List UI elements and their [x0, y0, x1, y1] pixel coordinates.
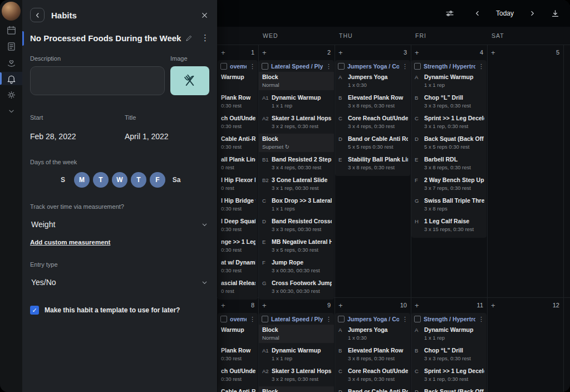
exercise-row[interactable]: FJump Rope3 x 00:30, 00:30 rest: [259, 257, 334, 276]
entry-type-select[interactable]: Yes/No: [30, 275, 209, 290]
kebab-icon[interactable]: ⋮: [402, 316, 408, 322]
exercise-row[interactable]: CCore Reach Out/Under3 x 4 reps, 0:30 re…: [335, 366, 410, 384]
add-workout-button[interactable]: +: [221, 49, 225, 56]
kebab-icon[interactable]: ⋮: [402, 63, 408, 70]
add-workout-button[interactable]: +: [262, 49, 267, 56]
add-custom-measurement-link[interactable]: Add custom measurement: [30, 239, 209, 246]
block-row[interactable]: BlockNormal: [259, 72, 334, 90]
add-workout-button[interactable]: +: [338, 302, 343, 309]
exercise-row[interactable]: B23 Cone Lateral Slide3 x 1 rep, 00:30 r…: [259, 175, 334, 193]
workout-checkbox[interactable]: [262, 316, 268, 322]
calendar-day-cell[interactable]: +4Strength / Hypertro…⋮ADynamic Warmup1 …: [411, 45, 487, 297]
exercise-row[interactable]: AJumpers Yoga1 x 0:30: [335, 325, 410, 343]
sidebar-item-settings[interactable]: [0, 88, 22, 101]
exercise-row[interactable]: all Plank Linear …0 rest: [218, 154, 258, 173]
exercise-row[interactable]: l Hip Bridge w/ …0:30 rest: [218, 195, 258, 214]
exercise-row[interactable]: CBox Drop >> 3 Lateral H…1 x 1 reps: [259, 195, 334, 214]
exercise-row[interactable]: CCore Reach Out/Under3 x 4 reps, 0:30 re…: [335, 113, 410, 131]
prev-button[interactable]: [474, 9, 481, 17]
add-workout-button[interactable]: +: [491, 49, 495, 56]
workout-card[interactable]: Strength / Hypertro…⋮ADynamic Warmup1 x …: [411, 60, 487, 238]
workout-card[interactable]: Jumpers Yoga / Core⋮AJumpers Yoga1 x 0:3…: [335, 313, 410, 392]
template-checkbox[interactable]: ✓: [30, 306, 39, 315]
calendar-day-cell[interactable]: +10Jumpers Yoga / Core⋮AJumpers Yoga1 x …: [335, 297, 411, 392]
exercise-row[interactable]: EStability Ball Plank Linear …3 x 8 reps…: [335, 154, 410, 173]
exercise-row[interactable]: l Hip Flexor Rais…0 rest: [218, 175, 258, 193]
workout-title[interactable]: Lateral Speed / Plyo: [271, 316, 323, 322]
exercise-row[interactable]: DBand or Cable Anti Rotati…5 x 5 reps 0:…: [335, 134, 410, 152]
exercise-row[interactable]: A1Dynamic Warmup1 x 1 rep: [259, 345, 334, 364]
workout-title[interactable]: Jumpers Yoga / Core: [347, 63, 399, 70]
exercise-row[interactable]: DBand or Cable Anti Rotati…5 x 5 reps 0:…: [335, 386, 410, 392]
workout-title[interactable]: ovement Q…: [230, 316, 247, 322]
calendar-day-cell[interactable]: +1ovement Q…⋮WarmupPlank Row0:30 restch …: [217, 45, 258, 297]
close-button[interactable]: [201, 12, 208, 19]
exercise-row[interactable]: EMB Negative Lateral Hop…3 x 5 reps, 0:3…: [259, 237, 334, 255]
exercise-row[interactable]: BElevated Plank Row3 x 8 reps, 0:30 rest: [335, 92, 410, 111]
exercise-row[interactable]: Plank Row0:30 rest: [218, 92, 258, 111]
exercise-row[interactable]: A2Skater 3 Lateral Hops >> …3 x 2 reps, …: [259, 113, 334, 131]
exercise-row[interactable]: Plank Row0:30 rest: [218, 345, 258, 364]
kebab-icon[interactable]: ⋮: [478, 63, 484, 70]
exercise-row[interactable]: ch Out/Under0:30 rest: [218, 366, 258, 384]
calendar-day-cell[interactable]: +12: [487, 297, 563, 392]
exercise-row[interactable]: GSwiss Ball Triple Threat3 x 8 reps: [411, 195, 487, 214]
block-row[interactable]: BlockSuperset ↻: [259, 134, 334, 152]
block-row[interactable]: BlockNormal: [259, 325, 334, 343]
workout-checkbox[interactable]: [220, 63, 227, 70]
exercise-row[interactable]: ascial Release C…0 rest: [218, 278, 258, 296]
workout-checkbox[interactable]: [262, 63, 268, 70]
habit-menu-button[interactable]: ⋮: [201, 33, 209, 43]
description-input[interactable]: [30, 66, 165, 95]
day-toggle-sa[interactable]: Sa: [169, 172, 184, 188]
calendar-day-cell[interactable]: +2Lateral Speed / Plyo⋮BlockNormalA1Dyna…: [258, 45, 335, 297]
workout-card[interactable]: Strength / Hypertro…⋮ADynamic Warmup1 x …: [411, 313, 487, 392]
workout-checkbox[interactable]: [220, 316, 227, 322]
workout-title[interactable]: Jumpers Yoga / Core: [347, 316, 399, 322]
workout-card[interactable]: ovement Q…⋮WarmupPlank Row0:30 restch Ou…: [218, 313, 258, 392]
exercise-row[interactable]: DBack Squat (Back Off Set)5 x 5 reps 0:3…: [411, 386, 487, 392]
exercise-row[interactable]: l Deep Squat Mo…0:30 rest: [218, 216, 258, 234]
day-toggle-t[interactable]: T: [93, 172, 109, 188]
exercise-row[interactable]: AJumpers Yoga1 x 0:30: [335, 72, 410, 90]
day-toggle-t[interactable]: T: [131, 172, 146, 188]
calendar-day-cell[interactable]: +5: [487, 45, 563, 297]
exercise-row[interactable]: F2 Way Bench Step Up3 x 7 reps, 0:30 res…: [411, 175, 487, 193]
day-toggle-s[interactable]: S: [55, 172, 71, 188]
today-button[interactable]: Today: [496, 9, 514, 17]
workout-card[interactable]: ovement Q…⋮WarmupPlank Row0:30 restch Ou…: [218, 60, 258, 300]
kebab-icon[interactable]: ⋮: [249, 63, 255, 70]
exercise-row[interactable]: at w/ Dynamic P…0:30 rest: [218, 257, 258, 276]
calendar-day-cell[interactable]: +3Jumpers Yoga / Core⋮AJumpers Yoga1 x 0…: [335, 45, 411, 297]
day-toggle-w[interactable]: W: [112, 172, 127, 188]
workout-checkbox[interactable]: [414, 316, 421, 322]
exercise-row[interactable]: BElevated Plank Row3 x 8 reps, 0:30 rest: [335, 345, 410, 364]
sidebar-item-notifications[interactable]: [0, 72, 22, 85]
avatar[interactable]: [2, 2, 21, 21]
back-button[interactable]: [30, 8, 45, 22]
calendar-day-cell[interactable]: +9Lateral Speed / Plyo⋮BlockNormalA1Dyna…: [258, 297, 335, 392]
exercise-row[interactable]: BChop “L” Drill3 x 3 reps, 0:30 rest: [411, 92, 487, 111]
exercise-row[interactable]: GCross Footwork Jump Rope3 x 00:30, 00:3…: [259, 278, 334, 296]
exercise-row[interactable]: Warmup: [218, 72, 258, 90]
sidebar-item-health[interactable]: [0, 56, 22, 69]
exercise-row[interactable]: DBand Resisted Crossover…3 x 3 reps, 00:…: [259, 216, 334, 234]
exercise-row[interactable]: CSprint >> 1 Leg Decelerations3 x 1 rep,…: [411, 113, 487, 131]
sidebar-item-calendar[interactable]: [0, 23, 22, 37]
day-toggle-m[interactable]: M: [74, 172, 90, 188]
exercise-row[interactable]: BChop “L” Drill3 x 3 reps, 0:30 rest: [411, 345, 487, 364]
workout-card[interactable]: Jumpers Yoga / Core⋮AJumpers Yoga1 x 0:3…: [335, 60, 410, 176]
workout-checkbox[interactable]: [338, 316, 345, 322]
end-date-value[interactable]: April 1, 2022: [125, 132, 209, 141]
kebab-icon[interactable]: ⋮: [478, 316, 484, 322]
add-workout-button[interactable]: +: [338, 49, 343, 56]
exercise-row[interactable]: CSprint >> 1 Leg Decelerations3 x 1 rep,…: [411, 366, 487, 384]
edit-button[interactable]: [185, 35, 193, 42]
exercise-row[interactable]: A2Skater 3 Lateral Hops >> …3 x 2 reps, …: [259, 366, 334, 384]
exercise-row[interactable]: ADynamic Warmup1 x 1 rep: [411, 72, 487, 90]
exercise-row[interactable]: ch Out/Under0:30 rest: [218, 113, 258, 131]
sidebar-item-notes[interactable]: [0, 40, 22, 53]
exercise-row[interactable]: EBarbell RDL3 x 8 reps, 0:30 rest: [411, 154, 487, 173]
download-button[interactable]: [551, 9, 560, 18]
day-toggle-f[interactable]: F: [150, 172, 165, 188]
